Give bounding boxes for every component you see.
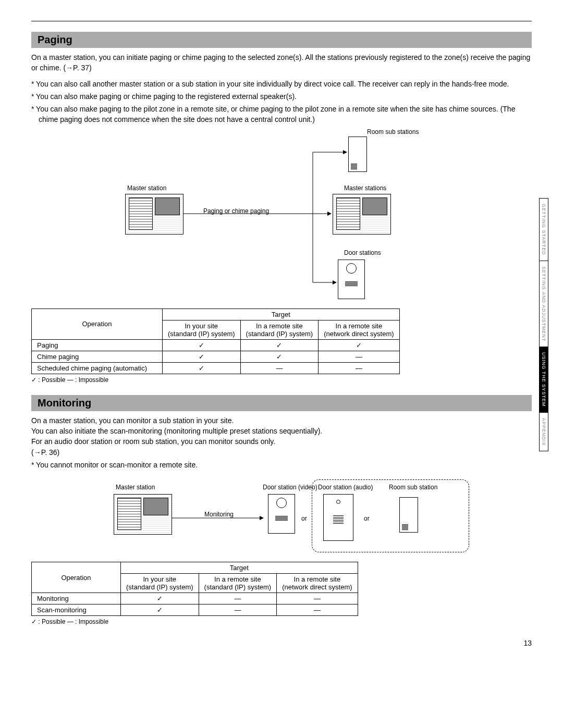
monitoring-notes: You cannot monitor or scan-monitor a rem… <box>31 460 532 470</box>
device-master-station <box>114 494 172 535</box>
paging-legend: ✓ : Possible — : Impossible <box>31 376 532 384</box>
paging-notes: You can also call another master station… <box>31 79 532 125</box>
paging-table: Operation Target In your site(standard (… <box>31 309 400 374</box>
th-operation: Operation <box>32 309 163 339</box>
table-cell: — <box>199 593 277 604</box>
label-door-video: Door station (video) <box>263 484 317 491</box>
side-tabs: GETTING STARTED SETTING AND ADJUSTMENT U… <box>539 198 548 451</box>
page-number: 13 <box>523 639 532 647</box>
table-cell: — <box>240 362 319 374</box>
device-door-station <box>338 260 365 299</box>
table-cell: ✓ <box>240 339 319 351</box>
monitoring-diagram: Master station Monitoring Door station (… <box>52 476 511 554</box>
device-master-station <box>125 194 183 235</box>
label-master-stations: Master stations <box>344 184 386 192</box>
device-door-video <box>268 494 295 534</box>
table-cell: ✓ <box>163 362 241 374</box>
table-cell: ✓ <box>163 339 241 351</box>
monitoring-intro: On a master station, you can monitor a s… <box>31 415 532 458</box>
th-col: In a remote site(network direct system) <box>277 574 358 593</box>
th-operation: Operation <box>32 562 121 593</box>
th-col: In a remote site(standard (IP) system) <box>199 574 277 593</box>
table-cell: — <box>319 362 399 374</box>
table-row-op: Scan-monitoring <box>32 604 121 616</box>
device-room-sub <box>348 137 367 172</box>
monitoring-table: Operation Target In your site(standard (… <box>31 562 358 616</box>
monitoring-legend: ✓ : Possible — : Impossible <box>31 618 532 625</box>
label-master-station: Master station <box>116 484 155 491</box>
label-room-sub-stations: Room sub stations <box>367 128 419 135</box>
paging-intro: On a master station, you can initiate pa… <box>31 52 532 73</box>
th-target: Target <box>121 562 358 574</box>
monitoring-note: You cannot monitor or scan-monitor a rem… <box>31 460 532 470</box>
paging-diagram: Master station Paging or chime paging Ro… <box>52 131 511 303</box>
device-room-sub <box>399 497 418 533</box>
side-tab-getting-started[interactable]: GETTING STARTED <box>539 198 548 261</box>
label-paging-or-chime: Paging or chime paging <box>203 207 269 215</box>
th-target: Target <box>163 309 400 320</box>
table-row-op: Scheduled chime paging (automatic) <box>32 362 163 374</box>
paging-note: You can also make paging to the pilot zo… <box>31 104 532 125</box>
paging-note: You can also make paging or chime paging… <box>31 91 532 102</box>
th-col: In your site(standard (IP) system) <box>121 574 199 593</box>
table-cell: ✓ <box>240 351 319 362</box>
label-master-station: Master station <box>127 184 166 192</box>
label-room-sub: Room sub station <box>389 484 437 491</box>
table-cell: ✓ <box>163 351 241 362</box>
table-row-op: Monitoring <box>32 593 121 604</box>
table-row-op: Paging <box>32 339 163 351</box>
table-cell: ✓ <box>319 339 399 351</box>
table-cell: — <box>199 604 277 616</box>
label-or: or <box>301 515 307 522</box>
th-col: In a remote site(standard (IP) system) <box>240 320 319 339</box>
top-rule <box>31 21 532 21</box>
label-door-audio: Door station (audio) <box>318 484 373 491</box>
th-col: In a remote site(network direct system) <box>319 320 399 339</box>
table-cell: — <box>277 604 358 616</box>
table-cell: — <box>319 351 399 362</box>
table-cell: ✓ <box>121 593 199 604</box>
device-master-stations <box>333 194 391 235</box>
label-door-stations: Door stations <box>344 249 381 256</box>
table-row-op: Chime paging <box>32 351 163 362</box>
side-tab-setting-adjustment[interactable]: SETTING AND ADJUSTMENT <box>539 261 548 348</box>
device-door-audio <box>323 494 353 541</box>
paging-note: You can also call another master station… <box>31 79 532 89</box>
side-tab-using-system[interactable]: USING THE SYSTEM <box>539 347 548 412</box>
section-header-paging: Paging <box>31 32 532 48</box>
label-or: or <box>364 515 370 522</box>
label-monitoring: Monitoring <box>204 511 234 518</box>
table-cell: — <box>277 593 358 604</box>
section-header-monitoring: Monitoring <box>31 395 532 411</box>
side-tab-appendix[interactable]: APPENDIX <box>539 413 548 452</box>
table-cell: ✓ <box>121 604 199 616</box>
th-col: In your site(standard (IP) system) <box>163 320 241 339</box>
